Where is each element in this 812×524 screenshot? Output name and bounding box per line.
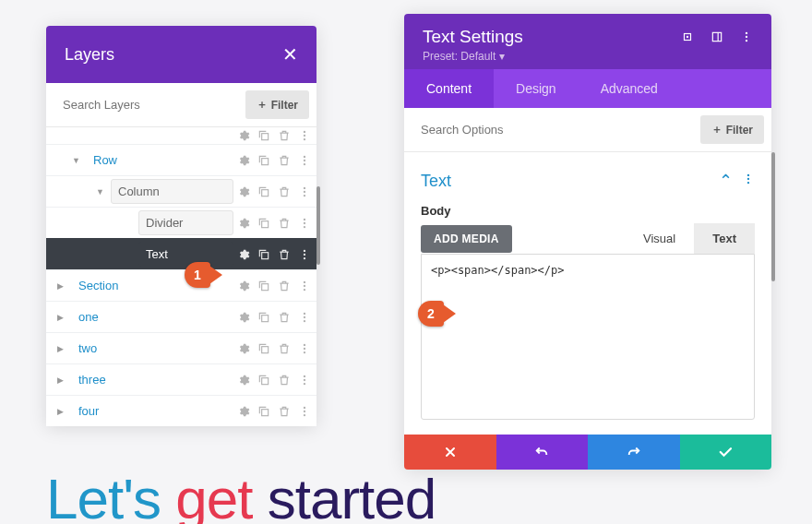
tree-row[interactable]: ▶one bbox=[46, 301, 316, 332]
chevron-up-icon[interactable]: ⌃ bbox=[719, 171, 733, 191]
layer-label[interactable]: Column bbox=[111, 179, 233, 204]
svg-rect-12 bbox=[262, 220, 269, 227]
tree-row-toprow[interactable] bbox=[46, 127, 316, 144]
more-icon[interactable] bbox=[298, 311, 311, 324]
gear-icon[interactable] bbox=[237, 185, 250, 198]
editor-tab-text[interactable]: Text bbox=[694, 223, 755, 254]
trash-icon[interactable] bbox=[278, 154, 291, 167]
redo-button[interactable] bbox=[588, 435, 680, 470]
duplicate-icon[interactable] bbox=[257, 217, 270, 230]
save-button[interactable] bbox=[680, 435, 772, 470]
tree-row[interactable]: Text bbox=[46, 238, 316, 269]
editor-tab-visual[interactable]: Visual bbox=[625, 223, 694, 254]
settings-tabs: Content Design Advanced bbox=[404, 69, 771, 108]
svg-point-26 bbox=[304, 316, 305, 317]
toggle-icon[interactable]: ▶ bbox=[57, 344, 68, 353]
svg-rect-20 bbox=[262, 283, 269, 290]
gear-icon[interactable] bbox=[237, 248, 250, 261]
gear-icon[interactable] bbox=[237, 374, 250, 387]
scrollbar[interactable] bbox=[771, 152, 775, 281]
gear-icon[interactable] bbox=[237, 311, 250, 324]
toggle-icon[interactable]: ▶ bbox=[57, 281, 68, 291]
add-media-button[interactable]: ADD MEDIA bbox=[421, 225, 512, 253]
tree-row[interactable]: ▼Column bbox=[46, 175, 316, 207]
more-icon[interactable] bbox=[298, 342, 311, 355]
gear-icon[interactable] bbox=[237, 405, 250, 418]
duplicate-icon[interactable] bbox=[257, 374, 270, 387]
duplicate-icon[interactable] bbox=[257, 311, 270, 324]
trash-icon[interactable] bbox=[278, 342, 291, 355]
svg-point-10 bbox=[304, 190, 305, 192]
more-icon[interactable] bbox=[298, 374, 311, 387]
duplicate-icon[interactable] bbox=[257, 185, 270, 198]
callout-2: 2 bbox=[418, 301, 456, 327]
duplicate-icon[interactable] bbox=[257, 342, 270, 355]
settings-filter-button[interactable]: ＋Filter bbox=[700, 115, 764, 144]
text-editor[interactable]: <p><span></span></p> bbox=[421, 254, 755, 420]
layer-label[interactable]: four bbox=[72, 399, 233, 423]
trash-icon[interactable] bbox=[278, 405, 291, 418]
layers-search-input[interactable] bbox=[63, 98, 245, 112]
more-icon[interactable] bbox=[298, 405, 311, 418]
layer-label[interactable]: two bbox=[72, 337, 233, 360]
undo-button[interactable] bbox=[496, 435, 589, 470]
scrollbar[interactable] bbox=[316, 186, 320, 265]
toggle-icon[interactable]: ▶ bbox=[57, 407, 68, 416]
layer-label[interactable]: Divider bbox=[138, 210, 233, 235]
more-icon[interactable] bbox=[298, 129, 311, 142]
tab-content[interactable]: Content bbox=[404, 69, 494, 108]
tree-row[interactable]: ▶four bbox=[46, 395, 316, 426]
layer-label[interactable]: one bbox=[72, 305, 233, 328]
duplicate-icon[interactable] bbox=[257, 248, 270, 261]
gear-icon[interactable] bbox=[237, 280, 250, 292]
trash-icon[interactable] bbox=[278, 374, 291, 387]
trash-icon[interactable] bbox=[278, 217, 291, 230]
more-icon[interactable] bbox=[298, 217, 311, 230]
trash-icon[interactable] bbox=[278, 280, 291, 292]
toggle-icon[interactable]: ▶ bbox=[57, 313, 68, 322]
more-icon[interactable] bbox=[742, 173, 755, 189]
more-icon[interactable] bbox=[298, 154, 311, 167]
expand-icon[interactable] bbox=[681, 30, 694, 43]
tree-row[interactable]: ▶three bbox=[46, 363, 316, 395]
toggle-icon[interactable]: ▼ bbox=[72, 156, 83, 165]
snap-icon[interactable] bbox=[710, 30, 723, 43]
duplicate-icon[interactable] bbox=[257, 280, 270, 292]
trash-icon[interactable] bbox=[278, 185, 291, 198]
gear-icon[interactable] bbox=[237, 154, 250, 167]
tab-design[interactable]: Design bbox=[494, 69, 579, 108]
duplicate-icon[interactable] bbox=[257, 154, 270, 167]
more-icon[interactable] bbox=[298, 280, 311, 292]
preset-selector[interactable]: Preset: Default▾ bbox=[423, 50, 753, 63]
close-icon[interactable]: ✕ bbox=[282, 43, 298, 66]
more-icon[interactable] bbox=[298, 185, 311, 198]
trash-icon[interactable] bbox=[278, 248, 291, 261]
gear-icon[interactable] bbox=[237, 217, 250, 230]
gear-icon[interactable] bbox=[237, 129, 250, 142]
layers-search-row: ＋Filter bbox=[46, 83, 316, 127]
toggle-icon[interactable]: ▶ bbox=[57, 375, 68, 385]
more-icon[interactable] bbox=[298, 248, 311, 261]
cancel-button[interactable] bbox=[404, 435, 496, 470]
trash-icon[interactable] bbox=[278, 311, 291, 324]
svg-point-30 bbox=[304, 347, 305, 349]
svg-rect-36 bbox=[262, 409, 269, 415]
gear-icon[interactable] bbox=[237, 342, 250, 355]
more-icon[interactable] bbox=[740, 30, 753, 43]
svg-point-38 bbox=[304, 410, 305, 411]
tree-row[interactable]: ▼Row bbox=[46, 144, 316, 175]
text-section: Text ⌃ Body ADD MEDIA Visual Text <p><sp… bbox=[404, 152, 771, 435]
tree-row[interactable]: ▶Section bbox=[46, 269, 316, 301]
tree-row[interactable]: ▶two bbox=[46, 332, 316, 363]
duplicate-icon[interactable] bbox=[257, 405, 270, 418]
svg-point-47 bbox=[747, 174, 749, 176]
toggle-icon[interactable]: ▼ bbox=[96, 187, 107, 196]
settings-search-input[interactable] bbox=[421, 123, 700, 137]
layers-filter-button[interactable]: ＋Filter bbox=[245, 90, 309, 119]
duplicate-icon[interactable] bbox=[257, 129, 270, 142]
trash-icon[interactable] bbox=[278, 129, 291, 142]
layer-label[interactable]: three bbox=[72, 368, 233, 391]
tab-advanced[interactable]: Advanced bbox=[579, 69, 680, 108]
tree-row[interactable]: Divider bbox=[46, 207, 316, 238]
layer-label[interactable]: Row bbox=[87, 149, 233, 172]
